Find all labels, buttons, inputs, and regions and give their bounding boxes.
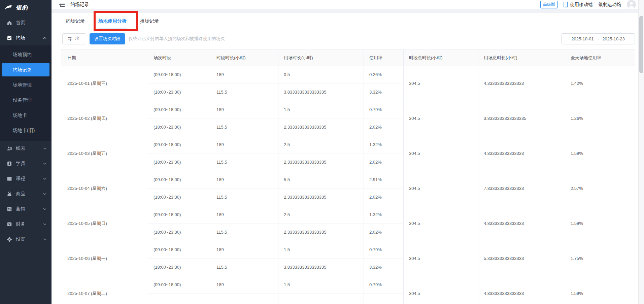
used-hours-cell: 3.8333333333333335: [278, 259, 364, 276]
table-row: 2025-10-06 (星期一)(09:00~18:00)1891.50.79%…: [61, 241, 635, 259]
tab-court-change-records[interactable]: 换场记录: [140, 13, 159, 29]
day-rate-cell: 1.42%: [565, 66, 635, 101]
col-header-used-hours: 用场时长(小时): [278, 50, 364, 66]
sidebar-subitem-venue-card-old[interactable]: 场地卡(旧): [0, 123, 52, 138]
usage-rate-cell: 2.91%: [364, 171, 404, 189]
avatar[interactable]: [627, 0, 636, 9]
period-cell: (09:00~18:00): [148, 66, 211, 83]
used-hours-cell: 2.3333333333333335: [278, 119, 364, 136]
col-header-period: 场次时段: [148, 50, 211, 66]
date-start: 2025-10-01: [571, 36, 594, 41]
chevron-down-icon: [43, 163, 46, 165]
tab-booking-records[interactable]: 约场记录: [66, 13, 85, 29]
sidebar-item-finance[interactable]: 财务: [0, 216, 52, 232]
sidebar-item-label: 首页: [16, 20, 25, 26]
collapse-sidebar-icon[interactable]: [58, 2, 65, 8]
slot-hours-cell: 189: [211, 136, 278, 154]
leads-icon: [7, 146, 12, 151]
chevron-up-icon: [43, 37, 46, 39]
day-rate-cell: 2.57%: [565, 171, 635, 206]
slot-total-cell: 304.5: [404, 136, 478, 171]
used-total-cell: 4.333333333333333: [478, 66, 565, 101]
sidebar-item-courses[interactable]: 课程: [0, 171, 52, 186]
col-header-day-rate: 全天场地使用率: [565, 50, 635, 66]
settings-icon: [7, 237, 12, 242]
table-header-row: 日期 场次时段 时段时长(小时) 用场时长(小时) 使用率 时段总时长(小时) …: [61, 50, 635, 66]
usage-rate-cell: 0.79%: [364, 241, 404, 259]
scrollbar-thumb[interactable]: [639, 16, 643, 73]
slot-hours-cell: 115.5: [211, 224, 278, 241]
sidebar-item-label: 财务: [16, 221, 25, 227]
slot-hours-cell: 115.5: [211, 259, 278, 276]
usage-rate-cell: 0.26%: [364, 66, 404, 83]
tab-venue-usage-analysis[interactable]: 场地使用分析: [98, 13, 127, 29]
date-cell: 2025-10-07 (星期二): [61, 276, 148, 304]
sidebar-item-label: 学员: [16, 161, 25, 167]
topbar-right: 高级版 使用移动端 银豹运动馆: [540, 0, 636, 9]
table-row: 2025-10-05 (星期日)(09:00~18:00)1892.51.32%…: [61, 206, 635, 224]
period-cell: (18:00~23:30): [148, 259, 211, 276]
sidebar-item-goods[interactable]: 商品: [0, 186, 52, 201]
usage-table-body: 2025-10-01 (星期三)(09:00~18:00)1890.50.26%…: [61, 66, 635, 304]
sidebar-subitem-venue-card[interactable]: 场地卡: [0, 108, 52, 123]
sidebar-item-home[interactable]: 首页: [0, 15, 52, 30]
plan-badge[interactable]: 高级版: [540, 1, 558, 8]
period-cell: (18:00~23:30): [148, 224, 211, 241]
topbar: 约场记录 高级版 使用移动端 银豹运动馆: [52, 0, 644, 9]
slot-total-cell: 304.5: [404, 101, 478, 136]
usage-rate-cell: 3.32%: [364, 259, 404, 276]
date-cell: 2025-10-06 (星期一): [61, 241, 148, 276]
usage-rate-cell: 3.32%: [364, 83, 404, 101]
period-cell: (09:00~18:00): [148, 171, 211, 189]
sidebar-item-marketing[interactable]: 营销: [0, 201, 52, 216]
sidebar-subitem-booking-records[interactable]: 约场记录: [2, 63, 49, 76]
used-total-cell: 3.8333333333333335: [478, 101, 565, 136]
courses-icon: [7, 176, 12, 181]
sidebar-item-label: 商品: [16, 191, 25, 197]
store-name[interactable]: 银豹运动馆: [599, 2, 621, 8]
usage-table: 日期 场次时段 时段时长(小时) 用场时长(小时) 使用率 时段总时长(小时) …: [61, 49, 635, 304]
content-panel: 约场记录 场地使用分析 换场记录 导 出 设置场次时段 仅统计已支付的单人预约场…: [52, 13, 644, 304]
slot-total-cell: 304.5: [404, 171, 478, 206]
used-total-cell: 4.833333333333333: [478, 206, 565, 241]
chevron-down-icon: [43, 147, 46, 149]
day-rate-cell: 1.59%: [565, 206, 635, 241]
booking-icon: [7, 35, 12, 41]
sidebar-item-booking[interactable]: 约场: [0, 30, 52, 45]
slot-total-cell: 304.5: [404, 241, 478, 276]
used-total-cell: 7.833333333333333: [478, 171, 565, 206]
home-icon: [7, 20, 12, 26]
slot-hours-cell: 189: [211, 241, 278, 259]
use-mobile-link[interactable]: 使用移动端: [564, 2, 593, 8]
sidebar-subitem-venue-booking[interactable]: 场地预约: [0, 47, 52, 62]
day-rate-cell: 1.26%: [565, 101, 635, 136]
sidebar-item-students[interactable]: 学员: [0, 156, 52, 171]
sidebar-subitem-venue-management[interactable]: 场地管理: [0, 77, 52, 93]
sidebar-item-label: 营销: [16, 206, 25, 212]
used-total-cell: 4.833333333333333: [478, 136, 565, 171]
date-range-picker[interactable]: 2025-10-01 ~ 2025-10-23: [561, 33, 635, 44]
set-sessions-button[interactable]: 设置场次时段: [90, 33, 125, 44]
slot-hours-cell: 115.5: [211, 83, 278, 101]
used-hours-cell: 1.5: [278, 276, 364, 294]
sidebar: 银豹 首页 约场 场地预约 约场记录 场地管理 设备管理 场地卡 场地卡(旧): [0, 0, 52, 304]
date-cell: 2025-10-04 (星期六): [61, 171, 148, 206]
sidebar-item-label: 约场: [16, 35, 25, 41]
sidebar-item-leads[interactable]: 线索: [0, 141, 52, 156]
period-cell: (09:00~18:00): [148, 136, 211, 154]
toolbar: 导 出 设置场次时段 仅统计已支付的单人预约场次和被排课使用的场次 2025-1…: [61, 33, 644, 44]
used-hours-cell: 2.3333333333333335: [278, 189, 364, 206]
tab-bar: 约场记录 场地使用分析 换场记录: [61, 13, 644, 29]
sidebar-item-label: 设置: [16, 236, 25, 242]
usage-rate-cell: 2.02%: [364, 189, 404, 206]
period-cell: (18:00~23:30): [148, 119, 211, 136]
export-button[interactable]: 导 出: [62, 33, 86, 44]
usage-rate-cell: 2.02%: [364, 154, 404, 171]
sidebar-item-settings[interactable]: 设置: [0, 232, 52, 247]
used-total-cell: 5.333333333333333: [478, 241, 565, 276]
statistics-hint: 仅统计已支付的单人预约场次和被排课使用的场次: [129, 36, 225, 42]
used-hours-cell: 3.8333333333333335: [278, 83, 364, 101]
day-rate-cell: 1.59%: [565, 136, 635, 171]
sidebar-subitem-device-management[interactable]: 设备管理: [0, 93, 52, 108]
sidebar-item-label: 课程: [16, 176, 25, 182]
